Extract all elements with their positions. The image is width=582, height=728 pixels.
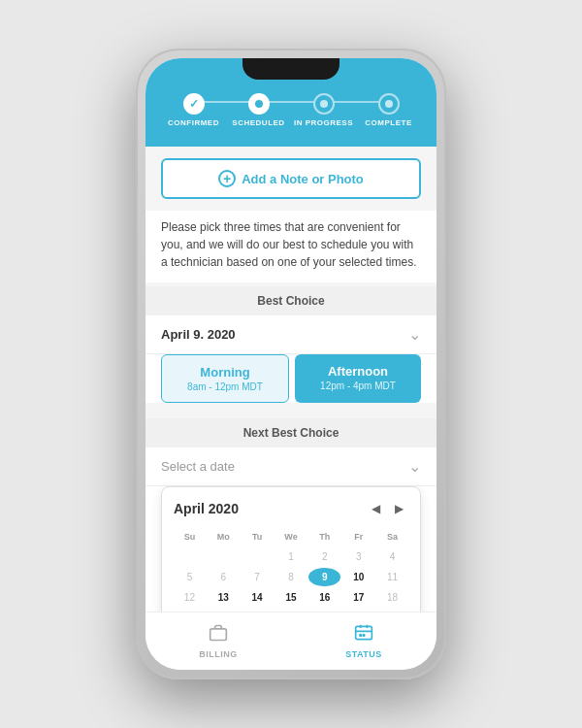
cal-day-1-4[interactable]: 9 (308, 568, 340, 586)
phone-screen: ✓ CONFIRMED SCHEDULED IN PROGRESS (146, 58, 436, 670)
status-icon (354, 623, 373, 647)
step-complete: COMPLETE (356, 93, 421, 127)
step-label-inprogress: IN PROGRESS (294, 118, 353, 127)
cal-day-2-3[interactable]: 15 (275, 588, 307, 607)
morning-hours: 8am - 12pm MDT (170, 381, 280, 392)
step-circle-confirmed: ✓ (183, 93, 205, 115)
cal-day-1-1[interactable]: 6 (208, 568, 240, 586)
select-date-row[interactable]: Select a date ⌄ (146, 447, 436, 486)
billing-icon (209, 623, 228, 647)
morning-label: Morning (170, 365, 280, 380)
cal-day-1-2[interactable]: 7 (242, 568, 274, 586)
cal-day-0-5[interactable]: 3 (342, 547, 374, 566)
calendar-month-label: April 2020 (174, 501, 239, 516)
next-best-choice-section: Next Best Choice Select a date ⌄ April 2… (146, 418, 436, 632)
cal-day-0-0 (174, 547, 206, 566)
step-label-complete: COMPLETE (365, 118, 411, 127)
cal-header-we: We (275, 528, 307, 546)
cal-day-1-3[interactable]: 8 (275, 568, 307, 586)
step-circle-complete (378, 93, 400, 115)
best-choice-date-row[interactable]: April 9. 2020 ⌄ (146, 315, 436, 354)
cal-day-0-1 (208, 547, 240, 566)
calendar-header: April 2020 ◀ ▶ (174, 499, 408, 518)
calendar-week-1: 567891011 (174, 568, 408, 586)
description-text: Please pick three times that are conveni… (146, 211, 436, 282)
calendar-week-0: 1234 (174, 547, 408, 566)
step-label-confirmed: CONFIRMED (168, 118, 219, 127)
step-dot-inprogress (320, 100, 328, 108)
nav-status[interactable]: STATUS (291, 623, 436, 659)
cal-day-0-4[interactable]: 2 (308, 547, 340, 566)
cal-day-2-2[interactable]: 14 (242, 588, 274, 607)
cal-header-su: Su (174, 528, 206, 546)
select-date-chevron-icon: ⌄ (408, 457, 421, 476)
best-choice-header: Best Choice (146, 286, 436, 315)
progress-bar: ✓ CONFIRMED SCHEDULED IN PROGRESS (146, 85, 436, 131)
select-date-placeholder: Select a date (161, 459, 235, 474)
add-note-button[interactable]: + Add a Note or Photo (161, 158, 421, 199)
main-content: + Add a Note or Photo Please pick three … (146, 147, 436, 632)
add-note-icon: + (218, 170, 236, 187)
afternoon-label: Afternoon (303, 364, 413, 379)
cal-day-2-1[interactable]: 13 (208, 588, 240, 607)
checkmark-icon: ✓ (189, 97, 199, 111)
chevron-down-icon: ⌄ (408, 325, 421, 344)
step-in-progress: IN PROGRESS (291, 93, 356, 127)
cal-day-0-3[interactable]: 1 (275, 547, 307, 566)
afternoon-slot[interactable]: Afternoon 12pm - 4pm MDT (295, 354, 421, 403)
phone-notch (242, 58, 340, 80)
nav-billing[interactable]: BILLING (146, 623, 291, 659)
cal-day-0-6[interactable]: 4 (376, 547, 408, 566)
afternoon-hours: 12pm - 4pm MDT (303, 381, 413, 391)
cal-day-2-4[interactable]: 16 (308, 588, 340, 607)
cal-day-2-0[interactable]: 12 (174, 588, 206, 607)
cal-day-2-6[interactable]: 18 (376, 588, 408, 607)
calendar-next-button[interactable]: ▶ (389, 499, 408, 518)
cal-day-1-5[interactable]: 10 (342, 568, 374, 586)
svg-point-2 (360, 635, 362, 637)
cal-day-0-2 (242, 547, 274, 566)
step-dot-scheduled (255, 100, 263, 108)
step-circle-scheduled (248, 93, 270, 115)
calendar-prev-button[interactable]: ◀ (366, 499, 385, 518)
cal-header-sa: Sa (376, 528, 408, 546)
cal-header-mo: Mo (208, 528, 240, 546)
cal-day-1-6[interactable]: 11 (376, 568, 408, 586)
cal-day-1-0[interactable]: 5 (174, 568, 206, 586)
step-confirmed: ✓ CONFIRMED (161, 93, 226, 127)
step-scheduled: SCHEDULED (226, 93, 291, 127)
svg-rect-0 (210, 629, 227, 641)
step-circle-inprogress (313, 93, 335, 115)
add-note-label: Add a Note or Photo (242, 172, 364, 186)
calendar-week-2: 12131415161718 (174, 588, 408, 607)
svg-rect-1 (356, 626, 372, 639)
best-choice-section: Best Choice April 9. 2020 ⌄ Morning 8am … (146, 286, 436, 403)
billing-label: BILLING (199, 649, 238, 659)
step-label-scheduled: SCHEDULED (232, 118, 284, 127)
cal-day-2-5[interactable]: 17 (342, 588, 374, 607)
phone-frame: ✓ CONFIRMED SCHEDULED IN PROGRESS (136, 49, 446, 679)
best-choice-date: April 9. 2020 (161, 327, 236, 342)
cal-header-tu: Tu (242, 528, 274, 546)
cal-header-fr: Fr (342, 528, 374, 546)
calendar-popup: April 2020 ◀ ▶ Su Mo Tu We T (161, 486, 421, 632)
svg-point-3 (363, 635, 365, 637)
calendar-day-headers: Su Mo Tu We Th Fr Sa (174, 528, 408, 546)
time-slots-container: Morning 8am - 12pm MDT Afternoon 12pm - … (161, 354, 421, 403)
calendar-nav: ◀ ▶ (366, 499, 408, 518)
cal-header-th: Th (308, 528, 340, 546)
bottom-nav: BILLING STATUS (146, 612, 436, 670)
next-best-choice-header: Next Best Choice (146, 418, 436, 447)
morning-slot[interactable]: Morning 8am - 12pm MDT (161, 354, 289, 403)
step-dot-complete (385, 100, 393, 108)
status-label: STATUS (345, 649, 382, 659)
